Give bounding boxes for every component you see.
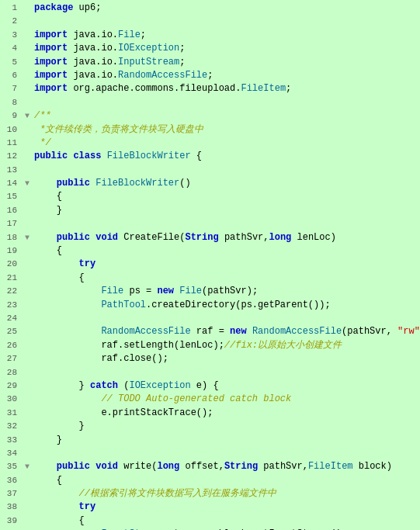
table-row: 1package up6;	[0, 2, 420, 15]
line-number: 8	[0, 96, 22, 109]
code-line-content: {	[33, 244, 420, 258]
code-line-content: {	[33, 474, 420, 487]
line-number: 1	[0, 2, 22, 15]
line-number: 19	[0, 244, 22, 258]
line-number: 22	[0, 285, 22, 298]
code-line-content	[33, 217, 420, 230]
line-number: 36	[0, 474, 22, 487]
line-number: 2	[0, 15, 22, 28]
line-number: 25	[0, 325, 22, 338]
line-number: 11	[0, 137, 22, 150]
code-line-content: File ps = new File(pathSvr);	[33, 285, 420, 298]
table-row: 23 PathTool.createDirectory(ps.getParent…	[0, 299, 420, 312]
line-number: 4	[0, 42, 22, 55]
code-line-content: public FileBlockWriter()	[33, 177, 420, 190]
code-line-content	[33, 447, 420, 460]
code-line-content: package up6;	[33, 2, 420, 15]
fold-marker[interactable]: ▼	[22, 109, 33, 123]
line-number: 18	[0, 231, 22, 244]
code-line-content: import java.io.IOException;	[33, 42, 420, 55]
line-number: 30	[0, 393, 22, 406]
code-line-content: public void CreateFile(String pathSvr,lo…	[33, 231, 420, 244]
line-number: 20	[0, 258, 22, 271]
table-row: 9▼/**	[0, 109, 420, 123]
line-number: 34	[0, 447, 22, 460]
line-number: 10	[0, 123, 22, 137]
table-row: 38 try	[0, 501, 420, 514]
table-row: 26 raf.setLength(lenLoc);//fix:以原始大小创建文件	[0, 339, 420, 352]
code-line-content: /**	[33, 109, 420, 123]
line-number: 15	[0, 190, 22, 203]
line-number: 33	[0, 434, 22, 447]
table-row: 36 {	[0, 474, 420, 487]
table-row: 15 {	[0, 190, 420, 203]
line-number: 39	[0, 514, 22, 528]
line-number: 6	[0, 69, 22, 82]
code-line-content: }	[33, 204, 420, 217]
line-number: 32	[0, 420, 22, 433]
table-row: 30 // TODO Auto-generated catch block	[0, 393, 420, 406]
table-row: 8	[0, 96, 420, 109]
code-line-content: public void write(long offset,String pat…	[33, 460, 420, 473]
table-row: 10 *文件续传类，负责将文件块写入硬盘中	[0, 123, 420, 137]
fold-marker[interactable]: ▼	[22, 177, 33, 190]
table-row: 32 }	[0, 420, 420, 433]
line-number: 38	[0, 501, 22, 514]
table-row: 11 */	[0, 137, 420, 150]
fold-marker[interactable]: ▼	[22, 460, 33, 473]
table-row: 35▼ public void write(long offset,String…	[0, 460, 420, 473]
code-line-content: {	[33, 272, 420, 285]
table-row: 20 try	[0, 258, 420, 271]
line-number: 9	[0, 109, 22, 123]
code-line-content: import java.io.RandomAccessFile;	[33, 69, 420, 82]
table-row: 16 }	[0, 204, 420, 217]
table-row: 22 File ps = new File(pathSvr);	[0, 285, 420, 298]
code-line-content: raf.setLength(lenLoc);//fix:以原始大小创建文件	[33, 339, 420, 352]
line-number: 14	[0, 177, 22, 190]
table-row: 4import java.io.IOException;	[0, 42, 420, 55]
table-row: 31 e.printStackTrace();	[0, 407, 420, 420]
line-number: 17	[0, 217, 22, 230]
line-number: 5	[0, 56, 22, 69]
fold-marker[interactable]: ▼	[22, 231, 33, 244]
code-line-content: public class FileBlockWriter {	[33, 150, 420, 163]
table-row: 39 {	[0, 514, 420, 528]
code-line-content: PathTool.createDirectory(ps.getParent())…	[33, 299, 420, 312]
table-row: 24	[0, 312, 420, 325]
code-line-content	[33, 164, 420, 177]
table-row: 21 {	[0, 272, 420, 285]
code-line-content: //根据索引将文件块数据写入到在服务端文件中	[33, 487, 420, 501]
line-number: 28	[0, 366, 22, 379]
table-row: 29 } catch (IOException e) {	[0, 379, 420, 393]
code-line-content	[33, 96, 420, 109]
code-line-content: */	[33, 137, 420, 150]
table-row: 19 {	[0, 244, 420, 258]
table-row: 28	[0, 366, 420, 379]
code-line-content	[33, 15, 420, 28]
code-line-content: import org.apache.commons.fileupload.Fil…	[33, 82, 420, 95]
line-number: 16	[0, 204, 22, 217]
line-number: 3	[0, 29, 22, 42]
table-row: 37 //根据索引将文件块数据写入到在服务端文件中	[0, 487, 420, 501]
table-row: 34	[0, 447, 420, 460]
table-row: 25 RandomAccessFile raf = new RandomAcce…	[0, 325, 420, 338]
line-number: 21	[0, 272, 22, 285]
table-row: 7import org.apache.commons.fileupload.Fi…	[0, 82, 420, 95]
line-number: 26	[0, 339, 22, 352]
code-editor: 1package up6;2 3import java.io.File;4imp…	[0, 0, 420, 530]
line-number: 12	[0, 150, 22, 163]
table-row: 12public class FileBlockWriter {	[0, 150, 420, 163]
code-line-content: e.printStackTrace();	[33, 407, 420, 420]
line-number: 35	[0, 460, 22, 473]
table-row: 33 }	[0, 434, 420, 447]
code-line-content	[33, 366, 420, 379]
code-line-content: import java.io.InputStream;	[33, 56, 420, 69]
line-number: 31	[0, 407, 22, 420]
line-number: 24	[0, 312, 22, 325]
code-line-content: import java.io.File;	[33, 29, 420, 42]
code-line-content: } catch (IOException e) {	[33, 379, 420, 393]
code-line-content: *文件续传类，负责将文件块写入硬盘中	[33, 123, 420, 137]
code-line-content: try	[33, 501, 420, 514]
code-line-content: try	[33, 258, 420, 271]
line-number: 7	[0, 82, 22, 95]
